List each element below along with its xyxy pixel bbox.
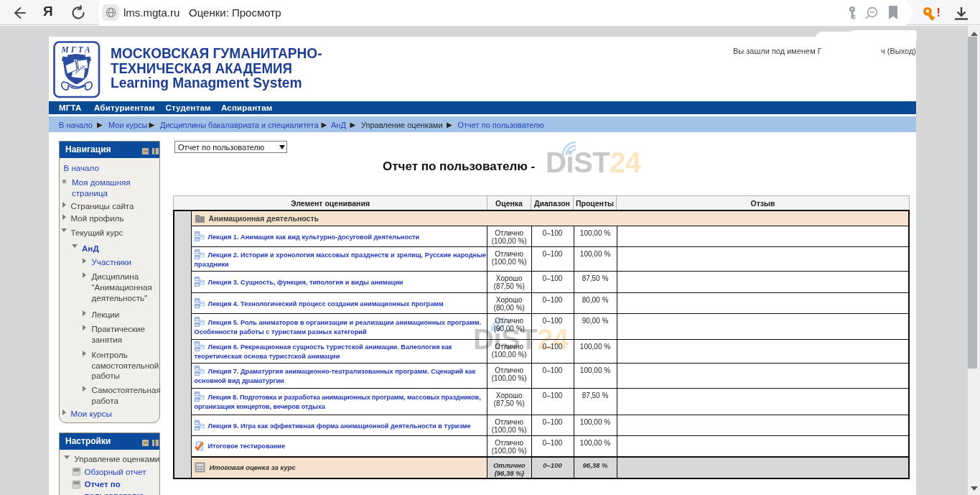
svg-text:МГТА: МГТА	[60, 45, 92, 54]
svg-text:!: !	[937, 6, 941, 19]
